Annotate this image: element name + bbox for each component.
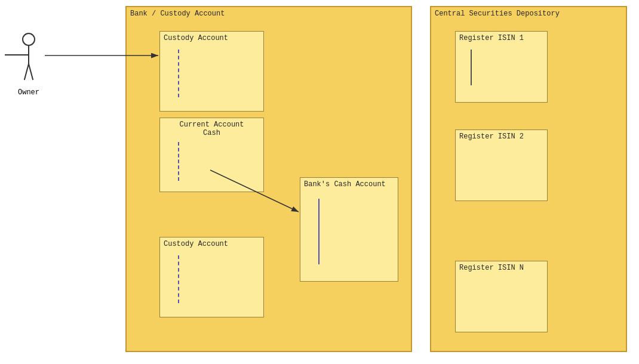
register-isin-1-box: Register ISIN 1 [455, 31, 548, 103]
central-securities-label: Central Securities Depository [435, 10, 560, 18]
custody-account-1-box: Custody Account [159, 31, 264, 112]
custody-account-1-label: Custody Account [164, 34, 228, 42]
diagram-container: Owner Bank / Custody Account Custody Acc… [0, 0, 639, 364]
owner-head [22, 33, 35, 46]
register-isin-2-box: Register ISIN 2 [455, 129, 548, 201]
custody-account-2-label: Custody Account [164, 240, 228, 248]
register-isin-2-label: Register ISIN 2 [459, 132, 524, 141]
banks-cash-account-label: Bank's Cash Account [304, 180, 386, 189]
current-account-cash-box: Current AccountCash [159, 118, 264, 192]
bank-custody-label: Bank / Custody Account [130, 10, 225, 18]
owner-label: Owner [18, 88, 39, 97]
bank-custody-box: Bank / Custody Account Custody Account C… [125, 6, 412, 352]
current-account-cash-label: Current AccountCash [160, 121, 263, 137]
custody-account-2-box: Custody Account [159, 237, 264, 317]
owner-figure: Owner [17, 33, 41, 97]
register-isin-1-label: Register ISIN 1 [459, 34, 524, 42]
banks-cash-account-box: Bank's Cash Account [300, 177, 398, 282]
register-isin-n-box: Register ISIN N [455, 261, 548, 332]
central-securities-box: Central Securities Depository Register I… [430, 6, 627, 352]
register-isin-n-label: Register ISIN N [459, 264, 524, 272]
